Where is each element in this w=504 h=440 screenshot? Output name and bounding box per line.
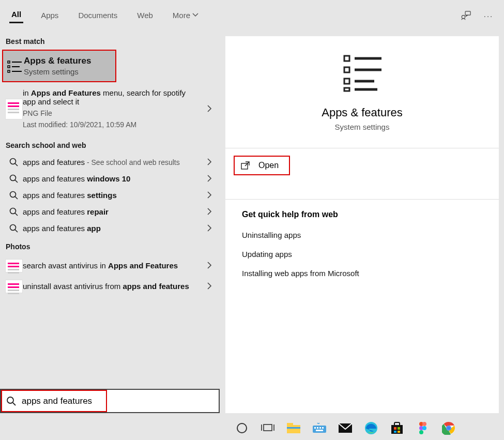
apps-features-icon [341,53,384,93]
tab-more[interactable]: More [171,9,201,23]
photo-result-1[interactable]: uninstall avast antivirus from apps and … [0,276,220,296]
svg-rect-38 [317,427,318,429]
chevron-right-icon [207,158,212,165]
best-match-subtitle: System settings [24,67,95,76]
keyboard-icon[interactable] [312,420,327,436]
feedback-icon[interactable] [461,10,471,21]
preview-subtitle: System settings [225,123,499,131]
search-icon [5,206,23,217]
svg-point-16 [10,225,16,231]
svg-point-12 [10,192,16,198]
svg-line-9 [15,163,18,166]
svg-line-11 [15,180,18,183]
svg-rect-40 [322,427,324,429]
tab-web[interactable]: Web [135,9,155,23]
search-tabs: All Apps Documents Web More [9,8,201,23]
search-icon [5,223,23,233]
chevron-right-icon [207,208,212,215]
tab-documents[interactable]: Documents [76,9,119,23]
cortana-icon[interactable] [234,420,250,436]
chevron-right-icon [207,224,212,232]
svg-rect-48 [398,431,400,433]
svg-point-53 [419,430,423,434]
svg-rect-47 [394,431,396,433]
task-view-icon[interactable] [260,420,276,436]
store-icon[interactable] [389,420,405,436]
help-header: Get quick help from web [225,200,499,225]
svg-point-10 [10,175,16,181]
svg-rect-45 [394,427,396,430]
section-best-match: Best match [0,31,220,50]
thumbnail-icon [5,259,23,272]
preview-panel: Apps & features System settings Open Get… [225,36,499,413]
svg-point-52 [422,426,426,430]
svg-rect-4 [8,70,10,72]
tab-more-label: More [173,11,190,20]
search-icon [5,157,23,167]
section-photos: Photos [0,236,220,255]
help-link-uninstalling[interactable]: Uninstalling apps [225,225,499,245]
svg-rect-22 [344,79,349,84]
svg-line-17 [15,230,18,232]
chevron-down-icon [192,12,198,18]
web-result-3[interactable]: apps and features repair [0,203,220,220]
svg-rect-1 [465,11,470,15]
web-result-0[interactable]: apps and features - See school and web r… [0,154,220,170]
open-button[interactable]: Open [234,156,290,175]
photo-result-0[interactable]: search avast antivirus in Apps and Featu… [0,255,220,276]
tab-all[interactable]: All [9,8,23,23]
chevron-right-icon [207,175,212,182]
top-bar: All Apps Documents Web More ··· [0,0,504,31]
file-result-type: PNG File [23,109,200,117]
search-bar[interactable] [0,389,220,413]
file-result-title: in Apps and Features menu, search for sp… [23,88,200,106]
best-match-apps-features[interactable]: Apps & features System settings [2,50,116,82]
svg-rect-46 [398,427,400,430]
svg-rect-23 [344,88,349,91]
svg-line-13 [15,196,18,199]
search-icon [5,190,23,200]
web-result-4[interactable]: apps and features app [0,220,220,236]
open-icon [241,161,250,170]
search-input[interactable] [22,390,219,412]
svg-line-15 [15,213,18,216]
best-match-title: Apps & features [24,56,95,66]
figma-icon[interactable] [415,420,431,436]
svg-rect-33 [287,425,300,433]
web-result-text: apps and features - See school and web r… [23,158,200,166]
file-explorer-icon[interactable] [286,420,301,436]
chevron-right-icon [207,105,212,112]
web-result-2[interactable]: apps and features settings [0,187,220,203]
options-icon[interactable]: ··· [483,10,494,21]
svg-point-57 [447,426,451,430]
svg-point-18 [7,397,13,403]
results-panel: Best match Apps & features System settin… [0,31,220,413]
chevron-right-icon [207,191,212,199]
svg-point-29 [237,423,247,433]
mail-icon[interactable] [338,420,353,436]
list-settings-icon [6,59,24,73]
help-link-updating[interactable]: Updating apps [225,245,499,264]
web-result-1[interactable]: apps and features windows 10 [0,170,220,187]
svg-rect-37 [314,427,316,429]
svg-rect-39 [319,427,321,429]
svg-rect-41 [316,430,323,431]
help-link-installing[interactable]: Installing web apps from Microsoft [225,264,499,283]
svg-rect-30 [264,424,272,431]
file-result[interactable]: in Apps and Features menu, search for sp… [0,82,220,135]
search-icon [1,396,22,406]
svg-rect-2 [8,61,10,63]
svg-rect-44 [391,425,403,434]
taskbar [225,416,504,440]
thumbnail-icon [5,99,23,119]
search-icon [5,173,23,184]
top-right: ··· [461,10,498,21]
thumbnail-icon [5,280,23,293]
edge-icon[interactable] [363,420,379,436]
chrome-icon[interactable] [441,420,456,436]
svg-point-50 [422,422,426,426]
svg-rect-3 [8,66,10,68]
svg-point-14 [10,208,16,214]
svg-rect-21 [344,67,349,72]
tab-apps[interactable]: Apps [39,9,60,23]
